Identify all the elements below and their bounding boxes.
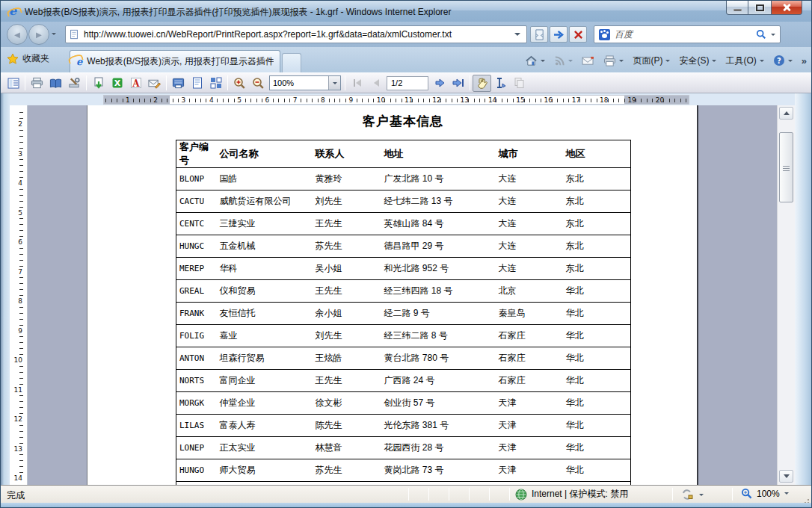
status-divider	[672, 488, 673, 501]
ruler-number: 7	[18, 268, 22, 276]
last-page-button[interactable]	[449, 75, 467, 92]
new-tab-stub[interactable]	[282, 53, 301, 72]
status-divider	[408, 488, 409, 501]
ruler-tick	[19, 201, 23, 202]
ruler-tick	[228, 99, 229, 102]
multi-page-view-button[interactable]	[206, 75, 225, 92]
stop-button[interactable]	[569, 26, 587, 43]
table-cell: 经二路 9 号	[381, 303, 496, 325]
thumb-grip-icon	[783, 166, 790, 167]
feeds-button[interactable]	[554, 55, 573, 66]
page-menu[interactable]: 页面(P)	[633, 55, 670, 67]
forward-button[interactable]: ►	[28, 24, 49, 45]
single-page-view-button[interactable]	[188, 75, 206, 92]
table-cell: 华北	[563, 437, 631, 459]
overflow-chevron[interactable]: »	[802, 55, 807, 66]
outline-panel-button[interactable]	[4, 75, 22, 92]
select-text-button[interactable]	[491, 75, 510, 92]
read-mail-button[interactable]	[582, 56, 594, 66]
ruler-tick	[307, 99, 307, 102]
export-pdf-button[interactable]: A	[126, 75, 145, 92]
vertical-scrollbar[interactable]	[777, 105, 795, 485]
history-dropdown-icon[interactable]	[52, 33, 56, 35]
ruler-tick	[334, 99, 335, 102]
ruler-tick	[19, 431, 23, 432]
help-menu[interactable]: ?	[773, 55, 793, 66]
export-mail-button[interactable]	[145, 75, 164, 92]
horizontal-ruler: 1234567891011121314151617181920	[103, 95, 689, 105]
page-setup-button[interactable]	[46, 75, 65, 92]
search-input[interactable]: 百度	[594, 25, 781, 43]
print-preview-button[interactable]	[169, 75, 188, 92]
report-title: 客户基本信息	[176, 113, 630, 130]
table-cell: 石家庄	[496, 347, 563, 370]
zoom-dropdown-button[interactable]	[328, 76, 340, 90]
ruler-tick	[19, 224, 23, 225]
print-button[interactable]	[603, 55, 624, 66]
protection-button[interactable]	[681, 489, 704, 501]
printer-icon	[31, 77, 43, 89]
scrollbar-thumb[interactable]	[779, 132, 793, 202]
status-zoom-button[interactable]: 100%	[741, 488, 789, 499]
ruler-tick	[669, 99, 670, 102]
print-settings-button[interactable]	[65, 75, 84, 92]
scroll-up-button[interactable]	[779, 107, 793, 120]
ruler-tick	[19, 266, 23, 267]
table-cell: 华北	[563, 347, 631, 370]
table-cell: 大连	[496, 168, 563, 190]
ruler-tick	[19, 283, 23, 284]
address-dropdown-button[interactable]	[511, 27, 523, 42]
ruler-tick	[19, 454, 23, 455]
table-row: GREAL仪和贸易王先生经三纬四路 18 号北京华北	[176, 280, 631, 303]
table-cell: 天津	[496, 437, 563, 459]
favorites-button[interactable]: 收藏夹	[7, 52, 49, 65]
zoom-out-button[interactable]	[249, 75, 268, 92]
zoom-select[interactable]: 100%	[269, 75, 341, 90]
zoom-in-button[interactable]	[230, 75, 249, 92]
table-cell: 华北	[563, 370, 631, 392]
maximize-button[interactable]	[748, 1, 771, 15]
home-button[interactable]	[525, 55, 545, 66]
scroll-down-button[interactable]	[779, 470, 793, 483]
forward-arrow-icon: ►	[34, 29, 44, 40]
export-button[interactable]	[89, 75, 108, 92]
back-button[interactable]: ◄	[7, 24, 28, 45]
search-icon[interactable]	[756, 29, 766, 40]
tools-menu[interactable]: 工具(O)	[725, 55, 763, 67]
minimize-button[interactable]	[726, 1, 748, 15]
page-number-input[interactable]: 1/2	[387, 76, 428, 90]
tab-active[interactable]: e Web报表(B/S报表)演示, 用报表打印显示器插件(...	[70, 50, 280, 72]
table-cell: 嘉业	[217, 325, 313, 347]
ruler-tick	[368, 99, 369, 102]
safety-menu[interactable]: 安全(S)	[679, 55, 716, 67]
table-cell: FOLIG	[176, 325, 217, 347]
compatibility-view-button[interactable]	[530, 26, 548, 43]
table-cell: 北京	[496, 280, 563, 303]
status-divider	[732, 488, 733, 501]
go-button[interactable]	[550, 26, 568, 43]
close-button[interactable]	[771, 1, 802, 15]
previous-page-button[interactable]	[366, 75, 385, 92]
export-excel-button[interactable]: X	[108, 75, 126, 92]
address-input[interactable]: http://www.tuowei.cn/WebReport/PrintRepo…	[65, 25, 527, 43]
resize-grip-icon[interactable]	[808, 499, 809, 501]
preview-canvas: 客户基本信息 客户编号 公司名称 联系人 地址 城市 地区	[28, 105, 777, 485]
last-page-icon	[452, 78, 464, 87]
search-dropdown-icon[interactable]	[771, 34, 775, 36]
copy-button[interactable]	[510, 75, 529, 92]
print-report-button[interactable]	[28, 75, 46, 92]
ruler-number: 4	[18, 179, 22, 187]
ruler-tick	[412, 99, 413, 102]
ruler-tick	[485, 99, 485, 102]
ruler-tick	[289, 99, 290, 102]
ruler-tick	[579, 99, 580, 102]
first-page-button[interactable]	[348, 75, 366, 92]
ruler-number: 7	[293, 96, 298, 104]
preview-content-area: 1234567891011121314151617181920 23456789…	[1, 93, 812, 485]
ruler-tick	[19, 159, 23, 160]
minimize-icon	[733, 9, 742, 11]
hand-tool-button[interactable]	[473, 75, 491, 92]
toolbar-separator	[227, 75, 228, 90]
next-page-button[interactable]	[430, 75, 449, 92]
security-zone: Internet | 保护模式: 禁用	[515, 488, 628, 501]
